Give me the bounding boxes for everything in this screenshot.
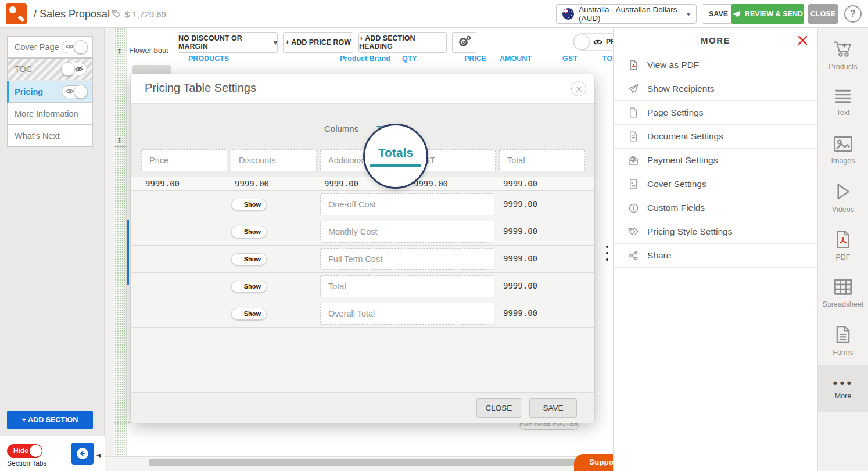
total-sample-value: 9999.00 xyxy=(503,308,537,318)
visibility-toggle[interactable] xyxy=(62,41,87,53)
toolbar-item-label: Images xyxy=(831,157,855,165)
menu-item-custom-fields[interactable]: Custom Fields xyxy=(614,196,817,220)
price-value: $ 1,729.69 xyxy=(125,9,166,19)
column-header-amount: AMOUNT xyxy=(500,55,532,63)
modal-close-button[interactable] xyxy=(571,81,586,96)
menu-item-label: Pricing Style Settings xyxy=(647,226,732,237)
section-label: Pricing xyxy=(15,87,43,96)
add-section-button[interactable]: + ADD SECTION xyxy=(7,411,93,429)
toolbar-item-label: Products xyxy=(828,63,857,71)
sidebar-item-whats-next[interactable]: What's Next xyxy=(7,125,93,147)
menu-item-show-recipients[interactable]: Show Recipients xyxy=(614,77,817,101)
toolbar-item-videos[interactable]: Videos xyxy=(818,174,868,222)
total-label-input[interactable] xyxy=(320,221,494,243)
show-toggle[interactable]: Show xyxy=(231,253,267,265)
currency-selector[interactable]: Australia - Australian Dollars (AUD) ▾ xyxy=(556,4,697,24)
add-price-row-button[interactable]: + ADD PRICE ROW xyxy=(283,32,353,53)
section-tabs-label: Section Tabs xyxy=(7,459,47,468)
document-title[interactable]: / Sales Proposal xyxy=(34,0,110,28)
menu-item-cover-settings[interactable]: Cover Settings xyxy=(614,172,817,196)
toggle-knob xyxy=(74,85,88,99)
sidebar-item-pricing[interactable]: Pricing xyxy=(7,81,93,103)
toggle-knob xyxy=(74,40,88,54)
toolbar-item-more[interactable]: ●●● More xyxy=(818,365,868,412)
sample-value: 9999.00 xyxy=(503,179,537,188)
total-label-input[interactable] xyxy=(320,303,494,325)
scroll-left-arrow-icon[interactable]: ◀ xyxy=(96,452,101,458)
document-icon xyxy=(627,131,639,142)
modal-title: Pricing Table Settings xyxy=(145,81,256,95)
total-label-input[interactable] xyxy=(320,275,494,297)
eye-icon xyxy=(593,39,602,45)
show-toggle[interactable]: Show xyxy=(231,308,267,320)
horizontal-scrollbar-thumb[interactable] xyxy=(149,459,586,466)
visibility-toggle[interactable] xyxy=(62,63,87,75)
more-panel: MORE View as PDF Show Recipients Page Se xyxy=(613,28,817,471)
menu-item-payment-settings[interactable]: $ Payment Settings xyxy=(614,149,817,172)
toolbar-item-pdf[interactable]: PDF xyxy=(818,222,868,269)
section-label: More Information xyxy=(15,109,78,118)
more-dots-icon: ●●● xyxy=(833,377,853,387)
toolbar-item-label: Spreadsheet xyxy=(823,300,864,308)
gear-icon xyxy=(458,36,471,49)
pricing-settings-button[interactable] xyxy=(452,32,476,53)
show-toggle[interactable]: Show xyxy=(231,199,267,211)
total-row-one-off-cost: Show 9999.00 xyxy=(131,191,594,218)
sidebar-item-cover-page[interactable]: Cover Page xyxy=(7,36,93,58)
total-label-input[interactable] xyxy=(320,193,494,215)
menu-item-view-as-pdf[interactable]: View as PDF xyxy=(614,53,817,77)
menu-item-pricing-style-settings[interactable]: Pricing Style Settings xyxy=(614,220,817,244)
column-field-price[interactable] xyxy=(141,149,227,171)
eye-slash-icon xyxy=(75,66,83,73)
sample-value: 9999.00 xyxy=(414,179,448,188)
panel-drag-handle[interactable] xyxy=(606,246,608,261)
column-field-total[interactable] xyxy=(499,149,585,171)
add-section-heading-label: + ADD SECTION HEADING xyxy=(359,34,446,51)
show-toggle[interactable]: Show xyxy=(231,281,267,293)
modal-close-footer-button[interactable]: CLOSE xyxy=(476,398,521,418)
discount-margin-dropdown[interactable]: NO DISCOUNT OR MARGIN ▾ xyxy=(178,32,278,53)
add-section-heading-button[interactable]: + ADD SECTION HEADING xyxy=(358,32,447,53)
column-header-products: PRODUCTS xyxy=(188,55,229,63)
menu-item-label: Custom Fields xyxy=(647,203,705,213)
toolbar-item-images[interactable]: Images xyxy=(818,127,868,174)
close-document-button[interactable]: CLOSE xyxy=(808,4,838,24)
app-logo[interactable] xyxy=(6,3,27,24)
total-label-input[interactable] xyxy=(320,248,494,270)
row-drag-handle[interactable]: ↕ xyxy=(117,45,122,55)
spreadsheet-icon xyxy=(833,278,853,296)
menu-item-page-settings[interactable]: Page Settings xyxy=(614,101,817,125)
section-label: What's Next xyxy=(15,131,60,141)
visibility-toggle[interactable] xyxy=(62,85,87,98)
menu-item-label: Cover Settings xyxy=(647,179,706,189)
modal-save-button[interactable]: SAVE xyxy=(529,398,577,418)
cover-icon xyxy=(627,179,639,189)
toolbar-item-forms[interactable]: Forms xyxy=(818,317,868,365)
hide-toggle-label: Hide xyxy=(13,447,28,455)
tab-columns[interactable]: Columns xyxy=(324,124,358,134)
sidebar-item-more-information[interactable]: More Information xyxy=(7,103,93,125)
sidebar-item-toc[interactable]: TOC xyxy=(7,58,93,80)
toolbar-item-products[interactable]: Products xyxy=(818,31,868,79)
toolbar-item-text[interactable]: Text xyxy=(818,79,868,127)
column-field-discounts[interactable] xyxy=(231,149,317,171)
toolbar-item-label: More xyxy=(835,392,851,400)
cart-icon xyxy=(833,39,853,58)
more-panel-close-button[interactable] xyxy=(798,36,807,45)
toolbar-item-spreadsheet[interactable]: Spreadsheet xyxy=(818,269,868,317)
menu-item-document-settings[interactable]: Document Settings xyxy=(614,125,817,149)
collapse-panel-button[interactable] xyxy=(71,443,94,465)
row-drag-handle[interactable]: ↕ xyxy=(117,134,122,144)
section-tabs-toggle[interactable]: Hide xyxy=(7,444,42,458)
toggle-knob xyxy=(30,445,42,457)
page-icon xyxy=(627,107,639,118)
add-price-row-label: + ADD PRICE ROW xyxy=(285,38,351,46)
close-icon xyxy=(798,36,807,45)
show-toggle[interactable]: Show xyxy=(231,226,267,238)
total-row-full-term-cost: Show 9999.00 xyxy=(131,246,594,273)
column-header-gst: GST xyxy=(562,55,578,63)
menu-item-share[interactable]: Share xyxy=(614,244,817,268)
save-button[interactable]: SAVE xyxy=(702,4,735,24)
help-button[interactable]: ? xyxy=(844,5,862,23)
review-and-send-button[interactable]: REVIEW & SEND xyxy=(731,4,804,24)
